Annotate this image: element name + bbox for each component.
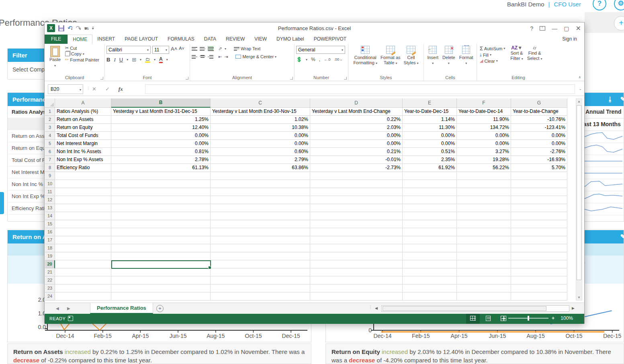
cell-C22[interactable] xyxy=(211,276,310,284)
cell-A15[interactable] xyxy=(55,220,111,228)
vertical-scroll-thumb[interactable] xyxy=(577,105,581,280)
underline-button[interactable]: U xyxy=(119,57,123,63)
merge-center-button[interactable]: Merge & Center▾ xyxy=(234,54,278,59)
align-left-button[interactable] xyxy=(192,54,197,59)
cell-F18[interactable] xyxy=(457,244,511,252)
cell-G21[interactable] xyxy=(511,268,567,276)
cell-D21[interactable] xyxy=(310,268,403,276)
cell-C4[interactable]: 0.00% xyxy=(211,132,310,140)
cell-B23[interactable] xyxy=(111,284,211,292)
cell-A11[interactable] xyxy=(55,188,111,196)
format-cells-button[interactable]: ⟷ Format▾ xyxy=(459,46,473,66)
cell-E15[interactable] xyxy=(403,220,457,228)
row-header-12[interactable]: 12 xyxy=(45,196,55,204)
cell-F21[interactable] xyxy=(457,268,511,276)
cell-A23[interactable] xyxy=(55,284,111,292)
cell-D10[interactable] xyxy=(310,180,403,188)
cell-E5[interactable]: 0.00% xyxy=(403,140,457,148)
borders-button[interactable]: ⊞ xyxy=(132,57,136,63)
cell-D7[interactable]: -0.01% xyxy=(310,156,403,164)
cell-A13[interactable] xyxy=(55,204,111,212)
clipboard-dialog-launcher[interactable] xyxy=(100,77,103,80)
cell-B7[interactable]: 2.78% xyxy=(111,156,211,164)
cell-F10[interactable] xyxy=(457,180,511,188)
align-center-button[interactable] xyxy=(200,54,205,59)
close-button[interactable]: ✕ xyxy=(576,25,581,32)
cell-E22[interactable] xyxy=(403,276,457,284)
zoom-in-button[interactable]: + xyxy=(552,315,554,321)
cell-G17[interactable] xyxy=(511,236,567,244)
cell-D17[interactable] xyxy=(310,236,403,244)
scroll-down-arrow[interactable]: ▼ xyxy=(577,296,581,299)
cell-G2[interactable]: -10.76% xyxy=(511,116,567,124)
cell-C10[interactable] xyxy=(211,180,310,188)
autosum-button[interactable]: ΣAutoSum▾ xyxy=(479,45,506,52)
italic-button[interactable]: I xyxy=(114,57,115,63)
column-header-D[interactable]: D xyxy=(310,98,403,108)
cell-E23[interactable] xyxy=(403,284,457,292)
help-icon[interactable]: ? xyxy=(593,0,606,10)
cell-E4[interactable]: 0.00% xyxy=(403,132,457,140)
active-cell-selection[interactable] xyxy=(111,260,211,269)
ribbon-tab-page-layout[interactable]: PAGE LAYOUT xyxy=(120,35,163,44)
cell-C2[interactable]: 1.02% xyxy=(211,116,310,124)
cell-A9[interactable] xyxy=(55,172,111,180)
cell-F13[interactable] xyxy=(457,204,511,212)
row-header-10[interactable]: 10 xyxy=(45,180,55,188)
copy-button[interactable]: Copy▾ xyxy=(64,51,100,57)
cell-G15[interactable] xyxy=(511,220,567,228)
cell-B22[interactable] xyxy=(111,276,211,284)
cell-B6[interactable]: 0.81% xyxy=(111,148,211,156)
cell-D5[interactable]: 0.00% xyxy=(310,140,403,148)
middle-align-button[interactable] xyxy=(200,46,205,51)
accounting-format-button[interactable]: 💲 xyxy=(296,57,302,62)
cell-C15[interactable] xyxy=(211,220,310,228)
cell-A10[interactable] xyxy=(55,180,111,188)
cell-B12[interactable] xyxy=(111,196,211,204)
number-dialog-launcher[interactable] xyxy=(344,77,347,80)
formula-input[interactable] xyxy=(145,84,575,94)
vertical-scrollbar[interactable]: ▲ ▼ xyxy=(576,98,582,301)
cell-F3[interactable]: 134.72% xyxy=(457,124,511,132)
select-all-corner[interactable] xyxy=(45,98,55,108)
row-header-17[interactable]: 17 xyxy=(45,236,55,244)
cell-F20[interactable] xyxy=(457,260,511,268)
cell-B9[interactable] xyxy=(111,172,211,180)
cell-A5[interactable]: Net Interest Margin xyxy=(55,140,111,148)
row-header-8[interactable]: 8 xyxy=(45,164,55,172)
paste-button[interactable]: Paste▾ xyxy=(46,45,64,68)
row-header-7[interactable]: 7 xyxy=(45,156,55,164)
cell-F16[interactable] xyxy=(457,228,511,236)
cell-F24[interactable] xyxy=(457,292,511,301)
cell-B11[interactable] xyxy=(111,188,211,196)
ribbon-tab-insert[interactable]: INSERT xyxy=(92,35,120,44)
cell-D18[interactable] xyxy=(310,244,403,252)
sheet-tab-performance-ratios[interactable]: Performance Ratios xyxy=(90,303,153,314)
cell-B18[interactable] xyxy=(111,244,211,252)
cell-E16[interactable] xyxy=(403,228,457,236)
find-select-button[interactable]: ⌭ Find &Select ▾ xyxy=(527,45,542,64)
orientation-button[interactable]: ⇗ xyxy=(218,46,222,51)
cell-B24[interactable] xyxy=(111,292,211,301)
cell-B19[interactable] xyxy=(111,252,211,260)
cell-A3[interactable]: Return on Equity xyxy=(55,124,111,132)
cell-E12[interactable] xyxy=(403,196,457,204)
cell-E6[interactable]: 0.51% xyxy=(403,148,457,156)
sign-in-link[interactable]: Sign in xyxy=(562,36,577,42)
cell-F4[interactable]: 0.00% xyxy=(457,132,511,140)
bold-button[interactable]: B xyxy=(106,57,110,63)
top-align-button[interactable] xyxy=(192,46,197,51)
cell-A8[interactable]: Efficiency Ratio xyxy=(55,164,111,172)
prev-sheet-arrow[interactable]: ◀ xyxy=(56,306,59,311)
cell-G7[interactable]: -16.93% xyxy=(511,156,567,164)
cell-D4[interactable]: 0.00% xyxy=(310,132,403,140)
sort-filter-button[interactable]: AZ▼ Sort &Filter ▾ xyxy=(510,45,523,64)
cell-A20[interactable] xyxy=(55,260,111,268)
decrease-decimal-button[interactable]: .00→ xyxy=(334,57,343,61)
cell-E2[interactable]: 1.14% xyxy=(403,116,457,124)
row-header-22[interactable]: 22 xyxy=(45,276,55,284)
alignment-dialog-launcher[interactable] xyxy=(290,77,293,80)
cell-C17[interactable] xyxy=(211,236,310,244)
row-header-9[interactable]: 9 xyxy=(45,172,55,180)
cell-C6[interactable]: 0.60% xyxy=(211,148,310,156)
